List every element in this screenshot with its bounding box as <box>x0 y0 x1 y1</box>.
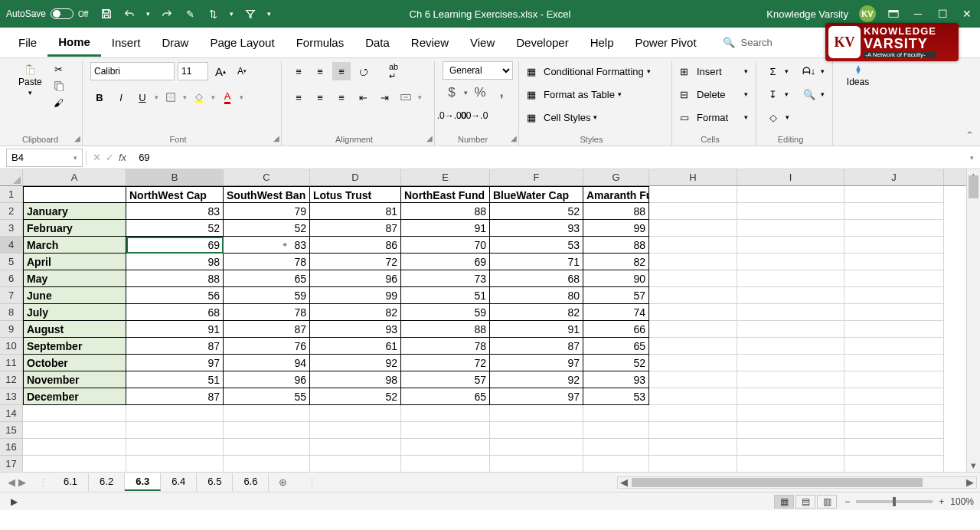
cell-J17[interactable] <box>844 456 944 472</box>
zoom-in-button[interactable]: + <box>939 496 944 507</box>
cell-J15[interactable] <box>844 422 944 439</box>
cell-H3[interactable] <box>649 220 737 237</box>
tab-view[interactable]: View <box>459 30 505 55</box>
find-icon[interactable]: 🔍 <box>800 85 818 103</box>
cell-H14[interactable] <box>649 405 737 422</box>
sheet-tab-6-3[interactable]: 6.3 <box>125 473 161 491</box>
cell-C16[interactable] <box>224 439 310 456</box>
cell-G6[interactable]: 90 <box>583 270 649 287</box>
cell-A11[interactable]: October <box>23 355 126 371</box>
cell-H5[interactable] <box>649 254 737 270</box>
align-bottom-icon[interactable]: ≡ <box>332 62 351 80</box>
zoom-out-button[interactable]: − <box>844 496 850 507</box>
formula-input[interactable]: 69 <box>132 152 964 163</box>
col-header-F[interactable]: F <box>490 169 583 185</box>
cell-H1[interactable] <box>649 186 737 203</box>
cell-B14[interactable] <box>126 405 224 422</box>
copy-icon[interactable] <box>51 78 67 93</box>
filter-icon[interactable] <box>244 8 256 20</box>
cell-H8[interactable] <box>649 304 737 321</box>
col-header-H[interactable]: H <box>649 169 737 185</box>
normal-view-button[interactable]: ▦ <box>774 495 794 509</box>
undo-dropdown[interactable]: ▾ <box>146 10 150 18</box>
cell-I14[interactable] <box>737 405 844 422</box>
cell-C3[interactable]: 52 <box>224 220 310 237</box>
cell-I13[interactable] <box>737 388 844 405</box>
wrap-text-icon[interactable]: ab↵ <box>384 62 403 80</box>
add-sheet-button[interactable]: ⊕ <box>273 473 292 492</box>
save-icon[interactable] <box>100 8 113 20</box>
cell-E9[interactable]: 88 <box>401 321 490 338</box>
ideas-button[interactable]: Ideas <box>841 61 875 90</box>
minimize-icon[interactable]: ─ <box>911 8 925 19</box>
sheet-tab-6-5[interactable]: 6.5 <box>197 473 233 491</box>
cut-icon[interactable]: ✂ <box>51 61 67 77</box>
enter-formula-icon[interactable]: ✓ <box>106 152 114 163</box>
cell-J10[interactable] <box>844 338 944 355</box>
tab-help[interactable]: Help <box>580 30 625 55</box>
cell-E1[interactable]: NorthEast Fund <box>401 186 490 203</box>
cell-E17[interactable] <box>401 456 490 472</box>
cell-F13[interactable]: 97 <box>490 388 583 405</box>
cell-A8[interactable]: July <box>23 304 126 321</box>
row-header-4[interactable]: 4 <box>0 237 22 254</box>
sheet-tab-6-6[interactable]: 6.6 <box>233 473 269 491</box>
cell-C15[interactable] <box>224 422 310 439</box>
cell-C2[interactable]: 79 <box>224 203 310 220</box>
cell-J7[interactable] <box>844 287 944 304</box>
orientation-icon[interactable]: ⭯ <box>354 62 372 80</box>
cell-D5[interactable]: 72 <box>310 254 401 270</box>
cell-I17[interactable] <box>737 456 844 472</box>
cell-F16[interactable] <box>490 439 583 456</box>
row-header-16[interactable]: 16 <box>0 439 22 456</box>
cell-I6[interactable] <box>737 270 844 287</box>
cell-F10[interactable]: 87 <box>490 338 583 355</box>
cell-D7[interactable]: 99 <box>310 287 401 304</box>
cell-G14[interactable] <box>583 405 649 422</box>
alignment-launcher-icon[interactable]: ◢ <box>426 134 433 142</box>
cell-A1[interactable] <box>23 186 126 203</box>
conditional-formatting-button[interactable]: ▦Conditional Formatting ▾ <box>527 61 664 81</box>
cell-A9[interactable]: August <box>23 321 126 338</box>
cell-B6[interactable]: 88 <box>126 270 224 287</box>
align-left-icon[interactable]: ≡ <box>289 88 308 106</box>
cell-B10[interactable]: 87 <box>126 338 224 355</box>
tab-data[interactable]: Data <box>354 30 400 55</box>
cell-H16[interactable] <box>649 439 737 456</box>
number-format-select[interactable]: General <box>443 61 513 80</box>
cell-I11[interactable] <box>737 355 844 371</box>
tab-file[interactable]: File <box>8 30 47 55</box>
increase-indent-icon[interactable]: ⇥ <box>375 88 394 106</box>
record-macro-icon[interactable]: ▶ <box>6 494 21 509</box>
comma-icon[interactable]: , <box>492 83 511 102</box>
col-header-D[interactable]: D <box>310 169 401 185</box>
cell-E12[interactable]: 57 <box>401 371 490 388</box>
borders-icon[interactable] <box>162 88 180 106</box>
cell-I1[interactable] <box>737 186 844 203</box>
qat-dropdown-1[interactable]: ▾ <box>230 10 234 18</box>
italic-button[interactable]: I <box>112 88 130 106</box>
cell-I9[interactable] <box>737 321 844 338</box>
cell-H13[interactable] <box>649 388 737 405</box>
cell-A2[interactable]: January <box>23 203 126 220</box>
cell-G8[interactable]: 74 <box>583 304 649 321</box>
cell-C17[interactable] <box>224 456 310 472</box>
row-header-11[interactable]: 11 <box>0 355 22 371</box>
cell-E10[interactable]: 78 <box>401 338 490 355</box>
name-box[interactable]: B4 ▾ <box>6 149 83 167</box>
insert-cells-button[interactable]: ⊞Insert ▾ <box>680 61 748 81</box>
select-all-corner[interactable] <box>0 169 23 186</box>
cell-I8[interactable] <box>737 304 844 321</box>
cell-G16[interactable] <box>583 439 649 456</box>
fill-icon[interactable]: ↧ <box>764 85 782 103</box>
cell-H2[interactable] <box>649 203 737 220</box>
sort-icon[interactable]: ⇅ <box>207 8 219 20</box>
underline-button[interactable]: U <box>133 88 152 106</box>
cell-E7[interactable]: 51 <box>401 287 490 304</box>
cells-area[interactable]: NorthWest CapSouthWest BanLotus TrustNor… <box>23 186 966 472</box>
cell-C13[interactable]: 55 <box>224 388 310 405</box>
maximize-icon[interactable]: ☐ <box>936 8 949 19</box>
cell-C1[interactable]: SouthWest Ban <box>224 186 310 203</box>
accounting-icon[interactable]: $ <box>443 83 461 102</box>
cell-H6[interactable] <box>649 270 737 287</box>
